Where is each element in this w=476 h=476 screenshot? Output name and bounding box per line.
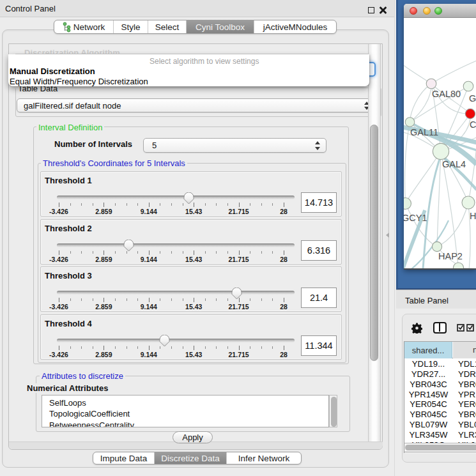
svg-text:H: H (470, 211, 476, 221)
svg-text:GAL80: GAL80 (432, 89, 461, 99)
svg-text:C: C (470, 119, 476, 130)
svg-text:GAL4: GAL4 (442, 159, 466, 169)
svg-text:GA: GA (469, 93, 476, 104)
svg-text:HAP2: HAP2 (438, 251, 463, 261)
svg-text:GCY1: GCY1 (404, 213, 427, 223)
svg-text:GAL11: GAL11 (410, 127, 438, 137)
